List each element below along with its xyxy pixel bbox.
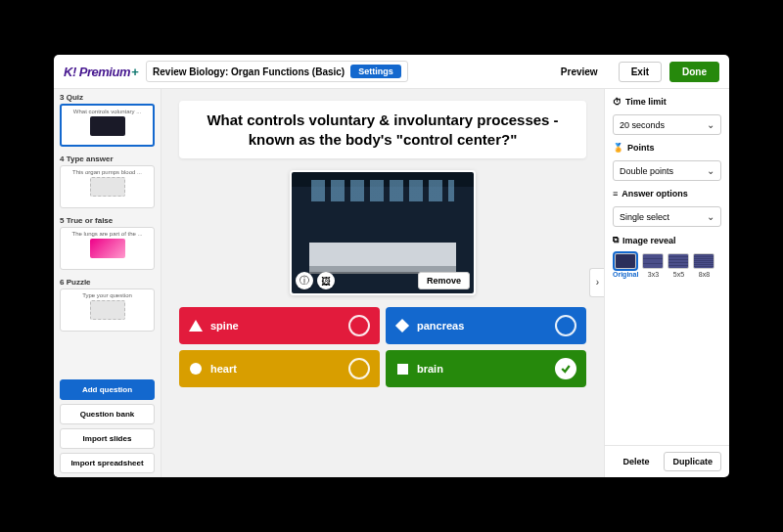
list-icon: ≡ bbox=[613, 189, 618, 199]
answer-label: brain bbox=[417, 363, 547, 375]
slide-thumb-header: 5 True or false bbox=[60, 216, 155, 225]
logo-plus: + bbox=[131, 65, 138, 79]
logo-text: K! Premium bbox=[64, 65, 130, 79]
tri-shape-icon bbox=[189, 319, 203, 332]
reveal-swatch bbox=[642, 253, 664, 269]
correct-toggle[interactable] bbox=[348, 315, 370, 336]
duplicate-question-button[interactable]: Duplicate bbox=[664, 452, 721, 471]
slide-thumb-title: Type your question bbox=[64, 292, 151, 298]
answer-label: spine bbox=[210, 320, 341, 332]
settings-body: ⏱Time limit 20 seconds⌄ 🏅Points Double p… bbox=[605, 89, 729, 445]
settings-pane: ⏱Time limit 20 seconds⌄ 🏅Points Double p… bbox=[604, 89, 729, 477]
trophy-icon: 🏅 bbox=[613, 143, 623, 153]
image-reveal-options: Original3x35x58x8 bbox=[613, 253, 721, 278]
question-bank-button[interactable]: Question bank bbox=[60, 404, 155, 424]
sidebar-actions: Add question Question bank Import slides… bbox=[54, 376, 161, 477]
time-limit-label: ⏱Time limit bbox=[613, 97, 721, 107]
image-toolbar: ⓘ 🖼 bbox=[296, 272, 335, 289]
import-slides-button[interactable]: Import slides bbox=[60, 428, 155, 449]
app-window: K! Premium+ Review Biology: Organ Functi… bbox=[54, 55, 729, 477]
answer-option[interactable]: pancreas bbox=[386, 307, 586, 344]
correct-toggle[interactable] bbox=[555, 358, 576, 379]
slide-thumb-card: Type your question bbox=[60, 288, 155, 332]
settings-footer: Delete Duplicate bbox=[605, 445, 729, 477]
collapse-right-pane-toggle[interactable]: › bbox=[589, 268, 604, 297]
answer-option[interactable]: brain bbox=[386, 350, 586, 387]
chevron-down-icon: ⌄ bbox=[707, 119, 714, 130]
answer-options-select[interactable]: Single select⌄ bbox=[613, 206, 721, 227]
image-reveal-label: ⧉Image reveal bbox=[613, 235, 721, 245]
slide-sidebar: 3 QuizWhat controls voluntary ...4 Type … bbox=[54, 89, 161, 477]
correct-toggle[interactable] bbox=[555, 315, 576, 336]
slide-thumb-header: 4 Type answer bbox=[60, 155, 155, 163]
points-label: 🏅Points bbox=[613, 143, 721, 153]
done-button[interactable]: Done bbox=[669, 62, 719, 82]
dia-shape-icon bbox=[395, 319, 409, 332]
slide-thumb-title: This organ pumps blood ... bbox=[64, 169, 151, 175]
answers-grid: spinepancreasheartbrain bbox=[179, 307, 586, 387]
slide-thumb[interactable]: 5 True or falseThe lungs are part of the… bbox=[60, 216, 155, 270]
settings-button[interactable]: Settings bbox=[350, 65, 401, 78]
kahoot-title-container[interactable]: Review Biology: Organ Functions (Basic) … bbox=[146, 61, 408, 82]
reveal-swatch bbox=[693, 253, 714, 269]
brand-logo: K! Premium+ bbox=[64, 65, 138, 79]
remove-image-button[interactable]: Remove bbox=[418, 272, 470, 289]
import-spreadsheet-button[interactable]: Import spreadsheet bbox=[60, 453, 155, 473]
slide-thumb-card: This organ pumps blood ... bbox=[60, 165, 155, 208]
image-reveal-option[interactable]: Original bbox=[613, 253, 638, 278]
slide-thumb-image bbox=[90, 116, 125, 136]
exit-button[interactable]: Exit bbox=[619, 62, 662, 82]
image-credits-icon[interactable]: ⓘ bbox=[296, 272, 313, 289]
reveal-icon: ⧉ bbox=[613, 235, 619, 245]
slide-thumbnails[interactable]: 3 QuizWhat controls voluntary ...4 Type … bbox=[54, 89, 161, 376]
add-question-button[interactable]: Add question bbox=[60, 379, 155, 400]
slide-thumb-card: What controls voluntary ... bbox=[60, 104, 155, 147]
question-editor: What controls voluntary & involuntary pr… bbox=[161, 89, 604, 477]
slide-thumb-image bbox=[90, 300, 125, 320]
cir-shape-icon bbox=[189, 362, 203, 376]
chevron-down-icon: ⌄ bbox=[707, 211, 714, 222]
slide-thumb-header: 6 Puzzle bbox=[60, 278, 155, 287]
image-library-icon[interactable]: 🖼 bbox=[317, 272, 335, 289]
main-body: 3 QuizWhat controls voluntary ...4 Type … bbox=[54, 89, 729, 477]
slide-thumb-header: 3 Quiz bbox=[60, 93, 155, 102]
answer-label: heart bbox=[210, 363, 341, 375]
reveal-swatch bbox=[615, 253, 636, 269]
reveal-option-label: 3x3 bbox=[648, 271, 659, 278]
reveal-option-label: 8x8 bbox=[699, 271, 710, 278]
slide-thumb-image bbox=[90, 239, 125, 258]
time-limit-select[interactable]: 20 seconds⌄ bbox=[613, 114, 721, 135]
slide-thumb[interactable]: 4 Type answerThis organ pumps blood ... bbox=[60, 155, 155, 208]
slide-thumb-image bbox=[90, 177, 125, 197]
points-select[interactable]: Double points⌄ bbox=[613, 160, 721, 181]
slide-thumb-title: The lungs are part of the ... bbox=[64, 231, 151, 237]
answer-options-label: ≡Answer options bbox=[613, 189, 721, 199]
correct-toggle[interactable] bbox=[348, 358, 370, 379]
top-bar: K! Premium+ Review Biology: Organ Functi… bbox=[54, 55, 729, 89]
delete-question-button[interactable]: Delete bbox=[614, 452, 658, 471]
sq-shape-icon bbox=[395, 362, 409, 376]
image-reveal-option[interactable]: 5x5 bbox=[668, 253, 689, 278]
kahoot-title: Review Biology: Organ Functions (Basic) bbox=[153, 66, 345, 77]
slide-thumb-title: What controls voluntary ... bbox=[65, 109, 150, 114]
answer-option[interactable]: heart bbox=[179, 350, 380, 387]
answer-option[interactable]: spine bbox=[179, 307, 380, 344]
slide-thumb-card: The lungs are part of the ... bbox=[60, 227, 155, 270]
reveal-option-label: Original bbox=[613, 271, 638, 278]
chevron-down-icon: ⌄ bbox=[707, 165, 714, 176]
clock-icon: ⏱ bbox=[613, 97, 622, 107]
reveal-option-label: 5x5 bbox=[673, 271, 684, 278]
question-text[interactable]: What controls voluntary & involuntary pr… bbox=[179, 101, 586, 158]
slide-thumb[interactable]: 6 PuzzleType your question bbox=[60, 278, 155, 332]
answer-label: pancreas bbox=[417, 320, 547, 332]
reveal-swatch bbox=[668, 253, 689, 269]
question-image-wrap: ⓘ 🖼 Remove bbox=[290, 170, 476, 295]
preview-button[interactable]: Preview bbox=[548, 62, 611, 82]
image-reveal-option[interactable]: 8x8 bbox=[693, 253, 714, 278]
image-reveal-option[interactable]: 3x3 bbox=[642, 253, 664, 278]
slide-thumb[interactable]: 3 QuizWhat controls voluntary ... bbox=[60, 93, 155, 147]
